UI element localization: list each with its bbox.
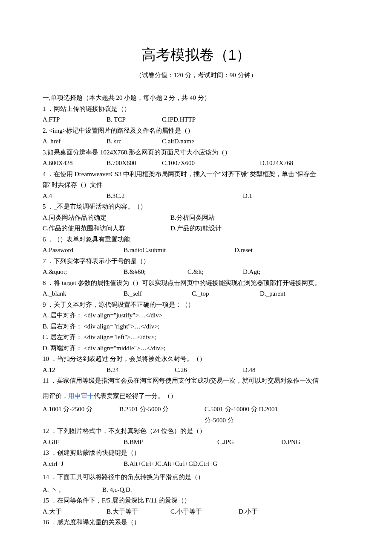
q6-options: A.Password B.radioC.submit D.reset <box>43 245 349 256</box>
q3-opt-c: C.1007X600 <box>162 158 260 169</box>
q14-options: A. 卜， B. 4,c-Q,D. <box>43 485 349 496</box>
q3-opt-a: A.600X428 <box>43 158 107 169</box>
q1-opt-a: A.FTP <box>43 114 107 125</box>
q3-opt-b: B.700X600 <box>107 158 162 169</box>
q3-options: A.600X428 B.700X600 C.1007X600 D.1024X76… <box>43 158 349 169</box>
q11-opt-c: C.5001 分-10000 分 D.2001 分-5000 分 <box>205 404 279 426</box>
q10-stem: 10 ．当扣分达到或超过 分时，会员将被处永久封号。（） <box>43 354 349 365</box>
q5-opt-b: B.分析同类网站 <box>170 212 215 224</box>
q7-stem: 7 ．下列实体字符表示小于号的是（） <box>43 256 349 267</box>
exam-title: 高考模拟卷（1） <box>43 43 349 67</box>
q12-stem: 12 ．下列图片格式中，不支持真彩色（24 位色）的是（） <box>43 426 349 437</box>
q3-stem: 3.如果桌面分辨率是 1024X768,那么网页的页面尺寸大小应该为（） <box>43 147 349 158</box>
q4-stem-line1: 4 ．在使用 DreamweaverCS3 中利用框架布局网页时，插入一个"对齐… <box>43 169 349 180</box>
q8-opt-c: C._top <box>192 288 260 299</box>
q5-options-row1: A.同类网站作品的确定 B.分析同类网站 <box>43 212 349 224</box>
q15-opt-d: D.小于 <box>239 506 258 517</box>
q2-opt-c: C.altD.name <box>162 136 194 147</box>
q4-options: A.4 B.3C.2 D.1 <box>43 191 349 202</box>
q10-opt-b: B.24 <box>107 365 175 376</box>
q1-opt-b: B. TCP <box>107 114 162 125</box>
q15-opt-a: A.大于 <box>43 506 107 517</box>
q11-stem-line1: 11 ．卖家信用等级是指淘宝会员在淘宝网每使用支付宝成功交易一次，就可以对交易对… <box>43 375 349 386</box>
q8-opt-a: A._blank <box>43 288 124 299</box>
q4-opt-d: D.1 <box>243 191 252 202</box>
q9-opt-a: A. 居中对齐： <div align="justify">…</div> <box>43 310 349 321</box>
q11-opt-a: A.1001 分-2500 分 <box>43 404 119 426</box>
q11-opt-b: B.2501 分-5000 分 <box>119 404 205 426</box>
q5-opt-c: C.作品的使用范围和访问人群 <box>43 223 170 234</box>
exam-subtitle: （试卷分值：120 分，考试时间：90 分钟） <box>43 70 349 81</box>
q13-stem: 13 ．创建剪贴蒙版的快捷键是（） <box>43 447 349 459</box>
q16-stem: 16 ．感光度和曝光量的关系是（） <box>43 517 349 528</box>
q13-opt-a: A.ctrl+J <box>43 459 124 470</box>
q12-options: A.GIF B.BMP C.JPG D.PNG <box>43 437 349 448</box>
q9-opt-c: C. 居左对齐： <div align="left">…</div>; <box>43 332 349 343</box>
q8-opt-b: B._self <box>124 288 192 299</box>
q6-opt-d: D.reset <box>234 245 253 256</box>
q10-opt-a: A.12 <box>43 365 107 376</box>
q5-opt-a: A.同类网站作品的确定 <box>43 212 170 224</box>
q2-opt-a: A. href <box>43 136 107 147</box>
q4-opt-a: A.4 <box>43 191 107 202</box>
q11-stem-line2: 用评价，用申审十代表卖家已经得了一分。（） <box>43 391 349 402</box>
q7-opt-b: B.&#60; <box>124 267 187 278</box>
q5-stem: 5 ．_不是市场调研活动的内容。（） <box>43 201 349 212</box>
q1-opt-c: C.IPD.HTTP <box>162 114 196 125</box>
q12-opt-b: B.BMP <box>124 437 217 448</box>
q15-opt-c: C.小于等于 <box>170 506 239 517</box>
q10-opt-d: D.48 <box>243 365 256 376</box>
q6-opt-a: A.Password <box>43 245 124 256</box>
q7-opt-a: A.&quot; <box>43 267 124 278</box>
q2-options: A. href B. src C.altD.name <box>43 136 349 147</box>
q9-opt-d: D. 两端对齐： <div align="middle">…</div>; <box>43 343 349 354</box>
q15-options: A.大于 B.大于等于 C.小于等于 D.小于 <box>43 506 349 517</box>
q10-options: A.12 B.24 C.26 D.48 <box>43 365 349 376</box>
q7-opt-c: C.&lt; <box>187 267 243 278</box>
q4-stem-line2: 部"时共保存（）文件 <box>43 180 349 191</box>
q7-opt-d: D.Agt; <box>243 267 260 278</box>
q8-options: A._blank B._self C._top D._parent <box>43 288 349 299</box>
q8-stem: 8 ．将 target 参数的属性值设为（）可以实现点击网页中的链接能实现在浏览… <box>43 278 349 289</box>
q9-stem: 9 ．关于文本对齐，源代码设置不正确的一项是：（） <box>43 299 349 311</box>
q12-opt-c: C.JPG <box>217 437 281 448</box>
q14-opt-b: B. 4,c-Q,D. <box>102 485 158 496</box>
q13-options: A.ctrl+J B.Alt+Ctrl+JC.Alt+Ctrl+GD.Ctrl+… <box>43 459 349 470</box>
section-header: 一,单项选择题（本大题共 20 小题，每小题 2 分，共 40 分） <box>43 93 349 104</box>
q11-options: A.1001 分-2500 分 B.2501 分-5000 分 C.5001 分… <box>43 404 349 426</box>
q9-opt-b: B. 居右对齐： <div align="right">…</div>; <box>43 321 349 332</box>
q11-link[interactable]: 用申审十 <box>68 392 94 399</box>
q2-opt-b: B. src <box>107 136 162 147</box>
q11-stem2b: 代表卖家已经得了一分。（） <box>94 392 177 399</box>
q15-opt-b: B.大于等于 <box>107 506 170 517</box>
q13-opt-b: B.Alt+Ctrl+JC.Alt+Ctrl+GD.Ctrl+G <box>124 459 217 470</box>
q1-options: A.FTP B. TCP C.IPD.HTTP <box>43 114 349 125</box>
q8-opt-d: D._parent <box>260 288 285 299</box>
q14-stem: 14 ．下面工具可以将路径中的角点转换为平滑点的是（） <box>43 472 349 483</box>
q2-stem: 2. <img>标记中设置图片的路径及文件名的属性是（） <box>43 125 349 137</box>
q4-opt-b: B.3C.2 <box>107 191 243 202</box>
q1-stem: 1 ．网站上传的链接协议是（） <box>43 104 349 115</box>
q3-opt-d: D.1024X768 <box>260 158 293 169</box>
q7-options: A.&quot; B.&#60; C.&lt; D.Agt; <box>43 267 349 278</box>
q14-opt-a: A. 卜， <box>43 485 102 496</box>
q12-opt-a: A.GIF <box>43 437 124 448</box>
q12-opt-d: D.PNG <box>281 437 300 448</box>
q10-opt-c: C.26 <box>175 365 243 376</box>
q6-stem: 6 ．（）表单对象具有重置功能 <box>43 234 349 245</box>
q15-stem: 15 ．在同等条件下，F/5.展的景深比 F/11 的景深（） <box>43 495 349 506</box>
q5-opt-d: D.产品的功能设计 <box>170 223 222 234</box>
q5-options-row2: C.作品的使用范围和访问人群 D.产品的功能设计 <box>43 223 349 234</box>
q11-stem2a: 用评价， <box>43 392 68 399</box>
q6-opt-b: B.radioC.submit <box>124 245 234 256</box>
